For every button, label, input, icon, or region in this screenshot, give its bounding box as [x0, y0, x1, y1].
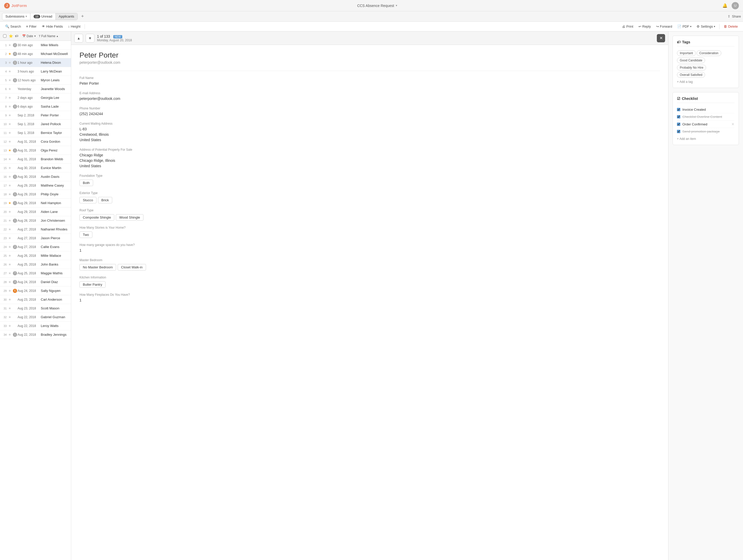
star-icon[interactable]: ★	[7, 61, 12, 64]
list-row[interactable]: 18 ★ 1 Aug 29, 2018 Philip Doyle	[0, 190, 71, 199]
list-row[interactable]: 4 ★ 3 hours ago Larry McDean	[0, 67, 71, 76]
star-icon[interactable]: ★	[7, 122, 12, 126]
star-icon[interactable]: ★	[7, 271, 12, 275]
star-icon[interactable]: ★	[7, 219, 12, 222]
list-row[interactable]: 1 ★ 2 30 min ago Mike Mikels	[0, 41, 71, 49]
star-icon[interactable]: ★	[7, 333, 12, 337]
list-row[interactable]: 25 ★ Aug 26, 2018 Millie Wallace	[0, 251, 71, 260]
star-icon[interactable]: ★	[7, 324, 12, 328]
star-icon[interactable]: ★	[7, 262, 12, 266]
pdf-button[interactable]: 📄 PDF ▾	[675, 24, 694, 30]
panel-tag[interactable]: Probably No Hire	[677, 65, 706, 71]
panel-tag[interactable]: Important	[677, 50, 696, 56]
star-icon[interactable]: ★	[7, 245, 12, 249]
star-icon[interactable]: ★	[7, 298, 12, 301]
star-icon[interactable]: ★	[7, 289, 12, 293]
star-icon[interactable]: ★	[7, 104, 12, 109]
submissions-tab[interactable]: Submissions ▾	[2, 13, 31, 20]
hide-fields-button[interactable]: 👁 Hide Fields	[40, 24, 65, 30]
add-tab-button[interactable]: +	[80, 14, 86, 19]
checklist-checkbox[interactable]	[677, 123, 680, 126]
list-row[interactable]: 2 ★ 4 48 min ago Michael McDowell	[0, 49, 71, 58]
list-row[interactable]: 20 ★ Aug 29, 2018 Aiden Lane	[0, 208, 71, 216]
star-icon[interactable]: ★	[7, 254, 12, 258]
star-icon[interactable]: ★	[7, 140, 12, 143]
list-row[interactable]: 21 ★ 1 Aug 28, 2018 Jon Christensen	[0, 216, 71, 225]
list-row[interactable]: 10 ★ Sep 1, 2018 Jared Pollock	[0, 120, 71, 129]
star-icon[interactable]: ★	[7, 183, 12, 187]
star-icon[interactable]: ★	[7, 96, 12, 100]
star-icon[interactable]: ★	[7, 227, 12, 231]
add-item-button[interactable]: + Add an item	[677, 137, 735, 141]
checklist-checkbox[interactable]	[677, 108, 680, 111]
list-row[interactable]: 28 ★ 3 Aug 24, 2018 Daniel Diaz	[0, 278, 71, 287]
panel-tag[interactable]: Overall Satisfied	[677, 72, 705, 78]
forward-button[interactable]: ↪ Forward	[654, 24, 674, 30]
list-row[interactable]: 9 ★ Sep 2, 2018 Peter Porter	[0, 111, 71, 120]
checklist-delete-button[interactable]: ✕	[731, 122, 735, 126]
star-icon[interactable]: ★	[7, 157, 12, 161]
star-icon[interactable]: ★	[7, 201, 12, 205]
list-row[interactable]: 12 ★ Aug 31, 2018 Cora Gordon	[0, 137, 71, 146]
star-icon[interactable]: ★	[7, 131, 12, 135]
delete-button[interactable]: 🗑 Delete	[722, 24, 740, 30]
list-row[interactable]: 7 ★ 2 days ago Georgia Lee	[0, 93, 71, 102]
select-all-checkbox[interactable]	[3, 34, 6, 38]
next-button[interactable]: ▼	[86, 34, 94, 43]
settings-button[interactable]: ⚙ Settings ▾	[695, 24, 717, 30]
star-icon[interactable]: ★	[7, 78, 12, 82]
list-row[interactable]: 6 ★ Yesterday Jeanette Woods	[0, 85, 71, 93]
list-row[interactable]: 14 ★ Aug 31, 2018 Brandon Webb	[0, 155, 71, 164]
share-button[interactable]: ⇧ Share	[728, 14, 741, 18]
notifications-button[interactable]: 🔔	[721, 2, 729, 9]
list-row[interactable]: 11 ★ Sep 1, 2018 Bernice Taylor	[0, 129, 71, 137]
list-row[interactable]: 23 ★ Aug 27, 2018 Jason Pierce	[0, 234, 71, 243]
star-icon[interactable]: ★	[7, 280, 12, 284]
list-row[interactable]: 16 ★ 1 Aug 30, 2018 Austin Davis	[0, 172, 71, 181]
list-row[interactable]: 3 ★ 1 1 hour ago Helena Dixon	[0, 58, 71, 67]
avatar[interactable]: U	[732, 2, 739, 9]
star-icon[interactable]: ★	[7, 87, 12, 91]
search-button[interactable]: 🔍 Search	[3, 24, 23, 30]
list-row[interactable]: 24 ★ 2 Aug 27, 2018 Callie Evans	[0, 243, 71, 251]
close-button[interactable]: ✕	[657, 34, 665, 42]
list-row[interactable]: 27 ★ 7 Aug 25, 2018 Maggie Mathis	[0, 269, 71, 278]
list-row[interactable]: 22 ★ Aug 27, 2018 Nathaniel Rhodes	[0, 225, 71, 234]
add-tag-button[interactable]: + Add a tag	[677, 80, 735, 84]
star-icon[interactable]: ★	[7, 175, 12, 179]
list-row[interactable]: 33 ★ Aug 22, 2018 Leroy Watts	[0, 321, 71, 330]
list-row[interactable]: 5 ★ 1 12 hours ago Myron Lewis	[0, 76, 71, 85]
star-icon[interactable]: ★	[7, 192, 12, 196]
star-icon[interactable]: ★	[7, 148, 12, 152]
panel-tag[interactable]: Consideration	[697, 50, 721, 56]
applicants-tab[interactable]: Applicants	[56, 13, 77, 20]
star-icon[interactable]: ★	[7, 306, 12, 310]
star-icon[interactable]: ★	[7, 166, 12, 170]
print-button[interactable]: 🖨 Print	[620, 24, 636, 30]
list-row[interactable]: 8 ★ 1 6 days ago Sasha Lade	[0, 102, 71, 111]
checklist-checkbox[interactable]	[677, 130, 680, 133]
list-row[interactable]: 34 ★ 1 Aug 22, 2018 Bradley Jennings	[0, 330, 71, 339]
reply-button[interactable]: ↩ Reply	[637, 24, 653, 30]
list-row[interactable]: 15 ★ Aug 30, 2018 Eunice Martin	[0, 164, 71, 172]
height-button[interactable]: ↕ Height	[66, 24, 83, 30]
list-row[interactable]: 31 ★ Aug 23, 2018 Scott Mason	[0, 304, 71, 313]
checklist-checkbox[interactable]	[677, 115, 680, 119]
app-title-arrow[interactable]: ▾	[396, 4, 397, 7]
filter-button[interactable]: ≡ Filter	[24, 24, 38, 30]
prev-button[interactable]: ▲	[74, 34, 83, 43]
list-row[interactable]: 30 ★ Aug 23, 2018 Carl Anderson	[0, 295, 71, 304]
list-row[interactable]: 29 ★ 6 Aug 24, 2018 Sally Nguyen	[0, 287, 71, 295]
list-row[interactable]: 19 ★ 1 Aug 29, 2018 Nell Hampton	[0, 199, 71, 208]
panel-tag[interactable]: Good Candidate	[677, 57, 705, 63]
date-column-header[interactable]: 📅 Date ▼	[21, 34, 37, 38]
star-icon[interactable]: ★	[7, 52, 12, 56]
star-icon[interactable]: ★	[7, 43, 12, 47]
star-icon[interactable]: ★	[7, 210, 12, 214]
list-row[interactable]: 13 ★ 1 Aug 31, 2018 Olga Perez	[0, 146, 71, 155]
unread-tab[interactable]: 16 Unread	[31, 13, 56, 20]
list-row[interactable]: 32 ★ Aug 22, 2018 Gabriel Guzman	[0, 313, 71, 321]
list-row[interactable]: 17 ★ Aug 29, 2018 Matthew Casey	[0, 181, 71, 190]
header-checkbox[interactable]	[1, 34, 8, 38]
list-row[interactable]: 26 ★ Aug 25, 2018 John Banks	[0, 260, 71, 269]
